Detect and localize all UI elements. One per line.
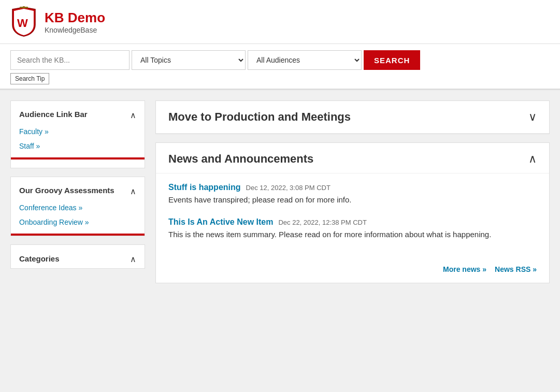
search-tip-row: Search Tip [10,73,550,84]
audience-select[interactable]: All AudiencesFacultyStaffStudents [248,50,362,70]
sidebar-link-faculty[interactable]: Faculty [11,124,145,139]
assessments-section-title: Our Groovy Assessments [19,185,114,196]
news-header[interactable]: News and Announcements ∧ [156,143,549,173]
sidebar-link-onboarding[interactable]: Onboarding Review [11,215,145,229]
logo-text: KB Demo KnowledgeBase [45,10,105,34]
production-meetings-title: Move to Production and Meetings [168,110,351,124]
categories-title: Categories [19,254,60,263]
search-input[interactable] [10,50,130,70]
audience-section-header: Audience Link Bar ∧ [11,101,145,124]
search-row: All TopicsFacultyStaff All AudiencesFacu… [10,50,550,70]
svg-text:W: W [17,17,28,30]
site-subtitle: KnowledgeBase [45,26,105,34]
topic-select[interactable]: All TopicsFacultyStaff [132,50,246,70]
news-section-title: News and Announcements [168,152,313,166]
audience-chevron-icon[interactable]: ∧ [130,109,136,120]
right-panel: Move to Production and Meetings ∨ News a… [155,100,550,390]
audience-section-title: Audience Link Bar [19,109,88,120]
production-meetings-chevron-icon[interactable]: ∨ [528,110,537,124]
sidebar-assessments-section: Our Groovy Assessments ∧ Conference Idea… [10,177,145,236]
assessments-section-header: Our Groovy Assessments ∧ [11,177,145,200]
news-item-2-header: This Is An Active New Item Dec 22, 2022,… [168,217,537,227]
news-item-2-date: Dec 22, 2022, 12:38 PM CDT [278,219,367,226]
assessments-chevron-icon[interactable]: ∧ [130,185,136,196]
site-title: KB Demo [45,10,105,26]
sidebar-link-staff[interactable]: Staff [11,139,145,153]
sidebar-audience-section: Audience Link Bar ∧ Faculty Staff [10,100,145,168]
categories-chevron-icon[interactable]: ∧ [130,253,136,264]
news-item-2-title[interactable]: This Is An Active New Item [168,217,273,227]
sidebar: Audience Link Bar ∧ Faculty Staff Our Gr… [10,100,145,390]
categories-header: Categories ∧ [11,245,145,268]
main-content: Audience Link Bar ∧ Faculty Staff Our Gr… [0,90,560,392]
production-meetings-section: Move to Production and Meetings ∨ [155,100,550,134]
news-item-2-summary: This is the news item summary. Please re… [168,229,537,241]
production-meetings-header[interactable]: Move to Production and Meetings ∨ [156,101,549,134]
sidebar-gap-1 [11,159,145,168]
sidebar-link-conference[interactable]: Conference Ideas [11,200,145,215]
uw-logo: W [10,6,37,37]
news-item-1: Stuff is happening Dec 12, 2022, 3:08 PM… [168,183,537,206]
news-rss-link[interactable]: News RSS [495,265,537,273]
news-item-1-header: Stuff is happening Dec 12, 2022, 3:08 PM… [168,183,537,192]
news-item-1-date: Dec 12, 2022, 3:08 PM CDT [246,184,331,192]
sidebar-categories-section: Categories ∧ [10,244,145,269]
header: W KB Demo KnowledgeBase [0,0,560,44]
news-item-1-title[interactable]: Stuff is happening [168,183,241,192]
news-body: Stuff is happening Dec 12, 2022, 3:08 PM… [156,173,549,261]
news-section: News and Announcements ∧ Stuff is happen… [155,142,550,283]
assessments-divider [11,234,145,236]
news-chevron-icon[interactable]: ∧ [528,152,537,166]
search-button[interactable]: SEARCH [364,50,420,70]
search-tip-button[interactable]: Search Tip [10,73,49,84]
more-news-link[interactable]: More news [443,265,486,273]
search-bar: All TopicsFacultyStaff All AudiencesFacu… [0,44,560,90]
news-item-2: This Is An Active New Item Dec 22, 2022,… [168,217,537,241]
news-footer: More news News RSS [156,261,549,283]
news-item-1-summary: Events have transpired; please read on f… [168,194,537,206]
